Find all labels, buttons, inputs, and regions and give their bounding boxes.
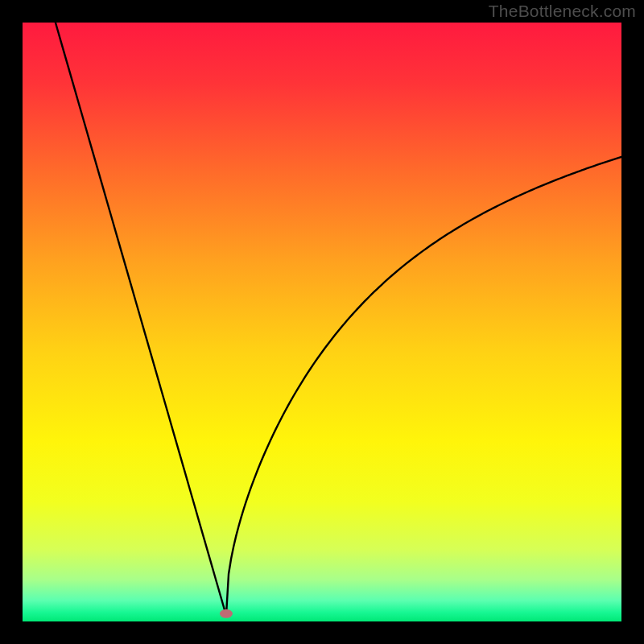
- plot-area: [23, 23, 621, 621]
- watermark-text: TheBottleneck.com: [489, 2, 636, 21]
- optimum-marker: [220, 609, 233, 618]
- chart-frame: TheBottleneck.com: [0, 0, 644, 644]
- gradient-background: [23, 23, 621, 621]
- bottleneck-curve-chart: [23, 23, 621, 621]
